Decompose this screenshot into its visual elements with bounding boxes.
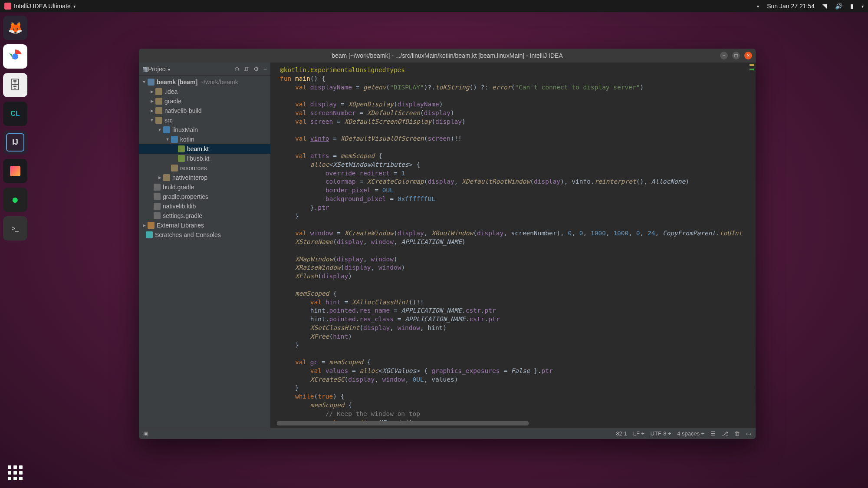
dock-spotify[interactable]: ● [3,188,27,212]
minimize-button[interactable]: − [720,52,728,59]
cursor-position[interactable]: 82:1 [616,430,627,437]
tree-item-nativelib-build[interactable]: ▶nativelib-build [139,106,270,115]
window-title: beam [~/work/beamk] - .../src/linuxMain/… [332,52,563,59]
tree-item-settings-gradle[interactable]: settings.gradle [139,211,270,221]
project-tree[interactable]: ▼beamk [beam]~/work/beamk ▶.idea ▶gradle… [139,76,270,428]
tree-item-gradle-properties[interactable]: gradle.properties [139,192,270,201]
app-menu[interactable]: IntelliJ IDEA Ultimate ▾ [4,3,76,10]
tree-item-resources[interactable]: resources [139,163,270,173]
tree-item-linuxmain[interactable]: ▼linuxMain [139,125,270,135]
intellij-window: beam [~/work/beamk] - .../src/linuxMain/… [139,49,756,439]
indent-setting[interactable]: 4 spaces ÷ [677,430,704,437]
tree-item-beam-kt[interactable]: beam.kt [139,144,270,154]
tree-item-gradle[interactable]: ▶gradle [139,96,270,106]
tool-window-toggle-icon[interactable]: ▣ [143,430,148,437]
line-ending[interactable]: LF ÷ [633,430,644,437]
tree-item-nativelib-klib[interactable]: nativelib.klib [139,201,270,211]
close-button[interactable]: × [744,52,752,59]
folder-icon: ▦ [142,66,148,73]
intellij-icon [4,3,11,10]
volume-icon[interactable]: 🔊 [835,3,842,10]
tree-item-kotlin[interactable]: ▼kotlin [139,135,270,144]
window-titlebar[interactable]: beam [~/work/beamk] - .../src/linuxMain/… [139,49,756,63]
tree-root[interactable]: ▼beamk [beam]~/work/beamk [139,77,270,87]
project-label[interactable]: Project [148,66,170,73]
tree-item-external-libraries[interactable]: ▶External Libraries [139,221,270,230]
network-icon[interactable]: ◥ [822,3,827,10]
project-tool-window: ▦ Project ⊙ ⇵ ⚙ − ▼beamk [beam]~/work/be… [139,63,270,428]
clock-label[interactable]: Sun Jan 27 21:54 [767,3,815,10]
dock-firefox[interactable]: 🦊 [3,16,27,40]
tree-item-idea[interactable]: ▶.idea [139,87,270,96]
dock-chrome[interactable] [3,44,27,69]
tree-item-libusb-kt[interactable]: libusb.kt [139,154,270,163]
app-menu-label: IntelliJ IDEA Ultimate [14,3,71,10]
launcher-dock: 🦊 🗄 CL IJ ● >_ [0,12,30,488]
power-menu-caret-icon[interactable]: ▾ [861,4,864,9]
code-editor[interactable]: @kotlin.ExperimentalUnsignedTypes fun ma… [270,63,756,428]
hide-icon[interactable]: − [263,66,267,73]
tree-item-src[interactable]: ▼src [139,115,270,125]
maximize-button[interactable]: □ [732,52,740,59]
file-encoding[interactable]: UTF-8 ÷ [651,430,671,437]
memory-icon[interactable]: 🗑 [734,430,740,437]
tree-item-nativeinterop[interactable]: ▶nativeInterop [139,173,270,182]
dock-clion[interactable]: CL [3,102,27,126]
settings-icon[interactable]: ⚙ [253,66,259,73]
system-menu-caret-icon[interactable]: ▾ [757,4,759,9]
app-menu-caret-icon: ▾ [73,4,76,9]
horizontal-scrollbar[interactable] [277,421,529,425]
code-area[interactable]: @kotlin.ExperimentalUnsignedTypes fun ma… [270,63,756,428]
lock-icon[interactable]: ▭ [746,430,751,437]
dock-terminal[interactable]: >_ [3,216,27,241]
git-icon[interactable]: ⎇ [722,430,728,437]
project-header: ▦ Project ⊙ ⇵ ⚙ − [139,63,270,76]
tree-item-scratches[interactable]: Scratches and Consoles [139,230,270,240]
collapse-icon[interactable]: ⇵ [244,66,249,73]
chrome-icon [7,49,23,64]
locate-icon[interactable]: ⊙ [234,66,240,73]
ubuntu-top-bar: IntelliJ IDEA Ultimate ▾ ▾ Sun Jan 27 21… [0,0,868,12]
show-applications-button[interactable] [8,465,23,480]
dock-toolbox[interactable] [3,159,27,183]
battery-icon[interactable]: ▮ [850,3,854,10]
dock-files[interactable]: 🗄 [3,73,27,97]
dock-intellij[interactable]: IJ [3,130,27,155]
tree-item-build-gradle[interactable]: build.gradle [139,182,270,192]
inspections-icon[interactable]: ☰ [710,430,716,437]
status-bar: ▣ 82:1 LF ÷ UTF-8 ÷ 4 spaces ÷ ☰ ⎇ 🗑 ▭ [139,428,756,439]
